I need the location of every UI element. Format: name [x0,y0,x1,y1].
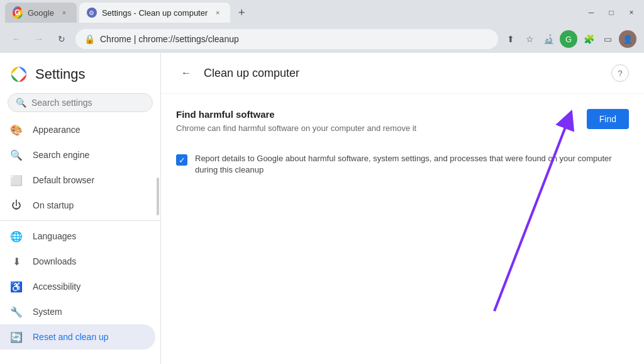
checkmark-icon: ✓ [179,156,186,165]
account-circle-icon[interactable]: G [560,30,577,48]
settings-search-input[interactable] [31,98,145,108]
sidebar-toggle-icon[interactable]: ▭ [600,31,615,47]
accessibility-icon: ♿ [10,280,23,293]
sidebar: Settings 🔍 🎨 Appearance 🔍 Search engine [0,53,161,364]
tab-settings-close[interactable]: × [213,8,223,18]
sidebar-item-accessibility[interactable]: ♿ Accessibility [0,274,155,299]
main-content: Settings 🔍 🎨 Appearance 🔍 Search engine [0,53,644,364]
sidebar-divider-1 [0,220,160,221]
sidebar-item-languages[interactable]: 🌐 Languages [0,224,155,249]
languages-icon: 🌐 [10,230,23,242]
settings-favicon: ⚙ [87,8,97,18]
find-button[interactable]: Find [587,109,629,129]
forward-button[interactable]: → [30,30,48,48]
sidebar-item-system-label: System [33,307,62,317]
sidebar-nav: 🎨 Appearance 🔍 Search engine ⬜ Default b… [0,117,160,364]
find-harmful-row: Find harmful software Chrome can find ha… [176,109,629,143]
downloads-icon: ⬇ [10,255,23,268]
tab-google-close[interactable]: × [59,8,69,18]
find-harmful-title: Find harmful software [176,109,416,120]
address-text: Chrome | chrome://settings/cleanup [100,34,239,44]
sidebar-item-on-startup[interactable]: ⏻ On startup [0,193,155,218]
security-icon: 🔒 [84,34,95,44]
tab-google[interactable]: G Google × [5,3,77,23]
sidebar-item-downloads-label: Downloads [33,256,76,266]
toolbar-icons: ⬆ ☆ 🔬 G 🧩 ▭ 👤 [503,30,636,48]
sidebar-item-default-browser-label: Default browser [33,175,94,185]
find-harmful-section: Find harmful software Chrome can find ha… [161,94,644,191]
sidebar-item-default-browser[interactable]: ⬜ Default browser [0,168,155,193]
report-details-checkbox[interactable]: ✓ [176,154,187,166]
profile-avatar[interactable]: 👤 [619,30,636,48]
sidebar-item-system[interactable]: 🔧 System [0,299,155,324]
sidebar-item-reset-label: Reset and clean up [33,332,109,342]
report-details-row: ✓ Report details to Google about harmful… [176,153,629,176]
settings-header: Settings [0,58,160,93]
search-icon: 🔍 [16,98,26,108]
refresh-button[interactable]: ↻ [53,30,70,48]
system-icon: 🔧 [10,305,23,318]
content-header: ← Clean up computer ? [161,53,644,94]
new-tab-button[interactable]: + [233,4,250,21]
chrome-lab-icon[interactable]: 🔬 [541,31,556,47]
minimize-button[interactable]: ─ [584,5,599,20]
browser-window: G Google × ⚙ Settings - Clean up compute… [0,0,644,364]
address-bar[interactable]: 🔒 Chrome | chrome://settings/cleanup [75,29,498,49]
google-favicon: G [13,8,23,18]
content-wrapper: ← Clean up computer ? Find harmful softw… [161,53,644,364]
settings-logo [10,65,28,83]
tab-settings-label: Settings - Clean up computer [102,8,208,18]
sidebar-item-search-engine-label: Search engine [33,150,89,160]
svg-point-1 [16,71,22,77]
window-controls: ─ □ × [584,5,639,20]
find-harmful-text: Find harmful software Chrome can find ha… [176,109,416,143]
sidebar-item-reset-clean-up[interactable]: 🔄 Reset and clean up [0,324,155,350]
share-icon[interactable]: ⬆ [503,31,518,47]
sidebar-scrollbar[interactable] [157,178,159,215]
address-bar-area: ← → ↻ 🔒 Chrome | chrome://settings/clean… [0,25,644,53]
default-browser-icon: ⬜ [10,174,23,186]
reset-icon: 🔄 [10,331,23,343]
settings-page-title: Settings [35,66,86,82]
sidebar-item-appearance-label: Appearance [33,125,80,135]
content-title: Clean up computer [204,67,299,80]
help-icon[interactable]: ? [611,64,629,82]
sidebar-item-languages-label: Languages [33,231,76,241]
sidebar-item-appearance[interactable]: 🎨 Appearance [0,117,155,142]
tab-settings[interactable]: ⚙ Settings - Clean up computer × [79,3,230,23]
sidebar-item-search-engine[interactable]: 🔍 Search engine [0,142,155,168]
sidebar-item-downloads[interactable]: ⬇ Downloads [0,249,155,274]
extensions-icon[interactable]: 🧩 [581,31,596,47]
close-button[interactable]: × [624,5,639,20]
search-engine-icon: 🔍 [10,149,23,161]
settings-search-bar[interactable]: 🔍 [8,93,153,112]
on-startup-icon: ⏻ [10,199,23,212]
find-harmful-desc: Chrome can find harmful software on your… [176,123,416,133]
back-button[interactable]: ← [8,30,25,48]
content-back-button[interactable]: ← [176,63,196,83]
maximize-button[interactable]: □ [604,5,619,20]
appearance-icon: 🎨 [10,123,23,136]
title-bar: G Google × ⚙ Settings - Clean up compute… [0,0,644,25]
report-details-label: Report details to Google about harmful s… [195,153,629,176]
sidebar-item-accessibility-label: Accessibility [33,282,80,292]
sidebar-item-on-startup-label: On startup [33,200,74,210]
bookmark-icon[interactable]: ☆ [522,31,537,47]
tab-google-label: Google [28,8,54,18]
